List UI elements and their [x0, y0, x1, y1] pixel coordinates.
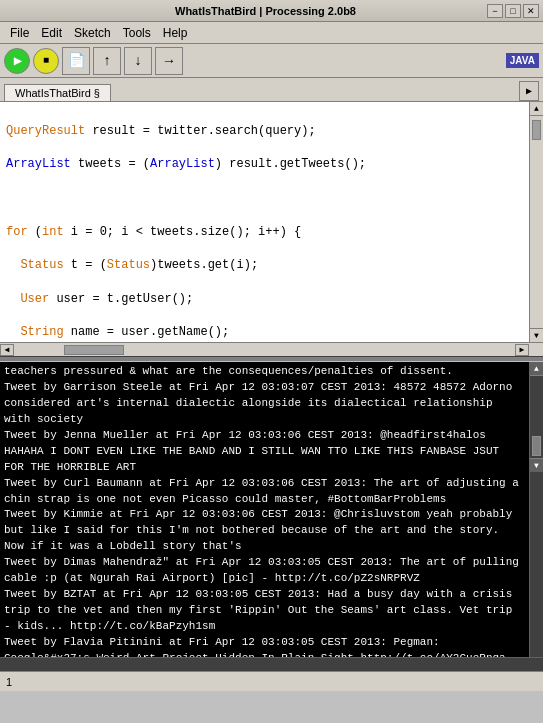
toolbar: ▶ ■ 📄 ↑ ↓ → JAVA — [0, 44, 543, 78]
stop-icon: ■ — [43, 55, 49, 66]
up-icon: ↑ — [103, 53, 111, 69]
title-bar: WhatIsThatBird | Processing 2.0b8 − □ ✕ — [0, 0, 543, 22]
console-scrollbar-h[interactable] — [0, 657, 543, 671]
menu-file[interactable]: File — [4, 24, 35, 42]
editor-scrollbar-v[interactable]: ▲ ▼ — [529, 102, 543, 342]
new-button[interactable]: 📄 — [62, 47, 90, 75]
scroll-thumb-h[interactable] — [64, 345, 124, 355]
editor-tab[interactable]: WhatIsThatBird § — [4, 84, 111, 101]
window-title: WhatIsThatBird | Processing 2.0b8 — [44, 5, 487, 17]
run-icon: ▶ — [14, 52, 22, 69]
console-output[interactable]: teachers pressured & what are the conseq… — [0, 362, 529, 657]
tab-label: WhatIsThatBird § — [15, 87, 100, 99]
minimize-button[interactable]: − — [487, 4, 503, 18]
stop-button[interactable]: ■ — [33, 48, 59, 74]
maximize-button[interactable]: □ — [505, 4, 521, 18]
new-icon: 📄 — [68, 52, 85, 69]
window-controls: − □ ✕ — [487, 4, 539, 18]
menu-help[interactable]: Help — [157, 24, 194, 42]
status-bar: 1 — [0, 671, 543, 691]
code-editor: QueryResult result = twitter.search(quer… — [0, 102, 543, 342]
editor-scrollbar-h[interactable]: ◀ ▶ — [0, 342, 543, 356]
console-panel: teachers pressured & what are the conseq… — [0, 362, 543, 657]
up-button[interactable]: ↑ — [93, 47, 121, 75]
console-scrollbar-v[interactable]: ▲ ▼ — [529, 362, 543, 657]
right-button[interactable]: → — [155, 47, 183, 75]
line-number: 1 — [6, 676, 12, 688]
menu-tools[interactable]: Tools — [117, 24, 157, 42]
menu-bar: File Edit Sketch Tools Help — [0, 22, 543, 44]
menu-sketch[interactable]: Sketch — [68, 24, 117, 42]
java-badge: JAVA — [506, 53, 539, 68]
right-icon: → — [165, 53, 173, 69]
tab-scroll-right[interactable]: ▶ — [519, 81, 539, 101]
down-icon: ↓ — [134, 53, 142, 69]
code-text[interactable]: QueryResult result = twitter.search(quer… — [0, 102, 529, 342]
tab-bar: WhatIsThatBird § ▶ — [0, 78, 543, 102]
down-button[interactable]: ↓ — [124, 47, 152, 75]
close-button[interactable]: ✕ — [523, 4, 539, 18]
run-button[interactable]: ▶ — [4, 48, 30, 74]
menu-edit[interactable]: Edit — [35, 24, 68, 42]
scroll-thumb-v[interactable] — [532, 120, 541, 140]
